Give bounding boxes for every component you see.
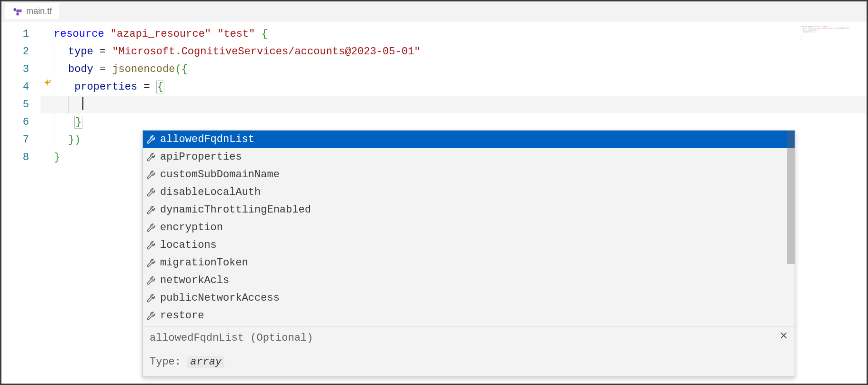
- operator: =: [137, 81, 156, 93]
- brace: }: [74, 116, 82, 129]
- wrench-icon: [147, 241, 156, 250]
- completion-item-label: dynamicThrottlingEnabled: [160, 204, 311, 216]
- code-line[interactable]: type = "Microsoft.CognitiveServices/acco…: [40, 43, 867, 61]
- completion-popup: allowedFqdnListapiPropertiescustomSubDom…: [142, 130, 795, 377]
- paren: ): [74, 134, 81, 146]
- wrench-icon: [147, 205, 156, 215]
- brace: {: [156, 81, 164, 93]
- completion-item[interactable]: allowedFqdnList: [143, 131, 795, 148]
- line-number: 6: [1, 113, 40, 131]
- wrench-icon: [147, 276, 156, 285]
- completion-detail-type: array: [187, 356, 224, 368]
- completion-item[interactable]: disableLocalAuth: [143, 183, 795, 201]
- line-number: 8: [1, 149, 40, 166]
- editor-container: main.tf 1 2 3 4 5 6 7 8 resource "azapi_…: [1, 1, 867, 384]
- string-literal: "Microsoft.CognitiveServices/accounts@20…: [112, 46, 420, 58]
- terraform-file-icon: [13, 7, 22, 16]
- wrench-icon: [147, 258, 156, 268]
- tab-main-tf[interactable]: main.tf: [5, 3, 60, 19]
- completion-item[interactable]: dynamicThrottlingEnabled: [143, 201, 795, 219]
- brace: }: [68, 134, 74, 146]
- completion-item[interactable]: customSubDomainName: [143, 166, 795, 183]
- completion-item-label: locations: [160, 239, 217, 251]
- brace: }: [54, 152, 60, 163]
- line-number: 7: [1, 131, 40, 149]
- identifier: body: [68, 63, 93, 75]
- completion-item-label: disableLocalAuth: [160, 186, 261, 198]
- svg-rect-2: [19, 9, 21, 12]
- code-line[interactable]: }: [40, 113, 867, 131]
- completion-item-label: apiProperties: [160, 151, 242, 163]
- completion-item-label: publicNetworkAccess: [160, 292, 280, 304]
- completion-item-label: allowedFqdnList: [160, 133, 254, 145]
- code-area[interactable]: resource "azapi_resource" "test" { type …: [40, 21, 867, 384]
- minimap[interactable]: resource "azapi_resource" "test" { type …: [800, 25, 862, 59]
- text-cursor: [82, 97, 83, 110]
- keyword-resource: resource: [54, 28, 104, 40]
- brace: {: [182, 63, 188, 75]
- completion-item-label: restore: [160, 310, 204, 322]
- line-number: 2: [1, 43, 40, 61]
- function-call: jsonencode: [112, 63, 175, 75]
- code-line[interactable]: resource "azapi_resource" "test" {: [40, 25, 867, 43]
- svg-rect-0: [14, 8, 16, 11]
- wrench-icon: [147, 223, 156, 233]
- identifier: properties: [74, 81, 137, 93]
- operator: =: [93, 46, 112, 58]
- completion-item-label: encryption: [160, 222, 223, 233]
- wrench-icon: [147, 294, 156, 303]
- line-number: 4: [1, 78, 40, 96]
- completion-item[interactable]: networkAcls: [143, 272, 795, 289]
- completion-detail-optional: (Optional): [244, 332, 313, 344]
- completion-item-label: migrationToken: [160, 257, 248, 269]
- completion-item-label: customSubDomainName: [160, 169, 280, 181]
- string-literal: "test": [217, 28, 255, 40]
- wrench-icon: [147, 311, 156, 321]
- wrench-icon: [147, 170, 156, 180]
- completion-item[interactable]: encryption: [143, 219, 795, 236]
- completion-item[interactable]: migrationToken: [143, 254, 795, 272]
- close-icon[interactable]: [779, 331, 788, 343]
- completion-detail-name: allowedFqdnList: [150, 332, 244, 344]
- completion-item-label: networkAcls: [160, 274, 229, 286]
- paren: (: [175, 63, 181, 75]
- code-line[interactable]: body = jsonencode({: [40, 61, 867, 78]
- string-literal: "azapi_resource": [111, 28, 211, 40]
- completion-item[interactable]: locations: [143, 236, 795, 254]
- wrench-icon: [147, 152, 156, 162]
- editor-body[interactable]: 1 2 3 4 5 6 7 8 resource "azapi_resource…: [1, 21, 867, 384]
- line-number: 1: [1, 25, 40, 43]
- svg-rect-3: [17, 12, 19, 15]
- tab-bar: main.tf: [1, 1, 867, 21]
- svg-rect-1: [17, 9, 19, 12]
- wrench-icon: [147, 135, 156, 144]
- completion-item[interactable]: publicNetworkAccess: [143, 289, 795, 307]
- completion-item[interactable]: apiProperties: [143, 148, 795, 166]
- completion-list[interactable]: allowedFqdnListapiPropertiescustomSubDom…: [143, 131, 795, 326]
- operator: =: [93, 63, 112, 75]
- wrench-icon: [147, 188, 156, 197]
- line-number-gutter: 1 2 3 4 5 6 7 8: [1, 21, 40, 384]
- completion-item[interactable]: restore: [143, 307, 795, 324]
- identifier: type: [68, 46, 93, 58]
- brace: {: [262, 28, 268, 40]
- completion-scrollbar[interactable]: [787, 131, 795, 264]
- completion-detail-type-label: Type:: [150, 356, 187, 368]
- line-number: 5: [1, 96, 40, 113]
- completion-detail: allowedFqdnList (Optional) Type: array: [143, 326, 795, 376]
- code-line[interactable]: properties = {: [40, 78, 867, 96]
- tab-filename: main.tf: [26, 6, 52, 16]
- line-number: 3: [1, 61, 40, 78]
- code-line-active[interactable]: [40, 96, 867, 113]
